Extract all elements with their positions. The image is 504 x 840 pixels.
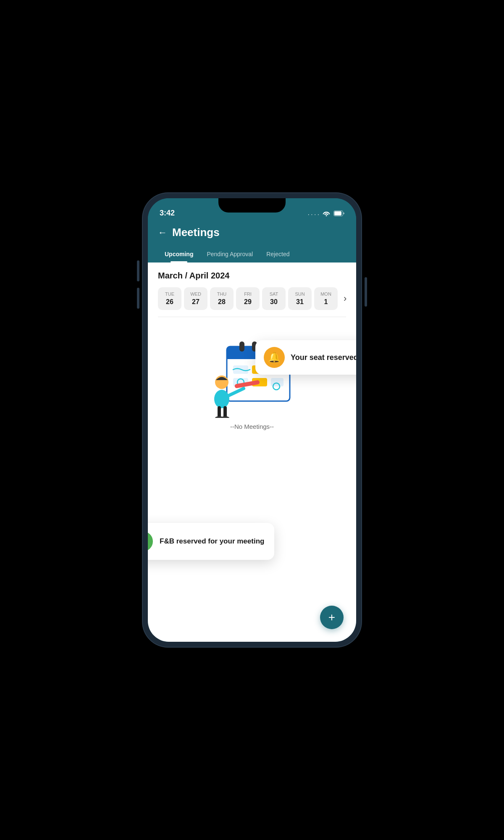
svg-rect-21 (223, 406, 227, 418)
tab-rejected[interactable]: Rejected (260, 247, 296, 262)
volume-down-button[interactable] (137, 288, 139, 309)
calendar-day-6[interactable]: MON 1 (314, 287, 338, 310)
add-meeting-fab[interactable]: + (320, 606, 344, 629)
battery-icon (333, 210, 344, 218)
power-button[interactable] (365, 277, 367, 307)
svg-rect-20 (218, 406, 221, 418)
svg-point-24 (206, 417, 239, 418)
calendar-section: March / April 2024 TUE 26 WED 27 THU (148, 262, 356, 317)
back-button[interactable]: ← (158, 227, 167, 238)
wifi-icon (323, 210, 330, 218)
signal-dots-icon: · · · · (308, 211, 319, 218)
svg-rect-5 (239, 341, 244, 352)
fb-reserved-toast: ✓ F&B reserved for your meeting (148, 523, 274, 560)
phone-screen: 3:42 · · · · (148, 198, 356, 642)
page-header: ← Meetings Upcoming Pending Approval Rej… (148, 221, 356, 262)
divider (158, 317, 346, 317)
empty-label: --No Meetings-- (230, 423, 274, 430)
check-icon: ✓ (148, 531, 153, 551)
svg-rect-1 (334, 211, 341, 215)
phone-notch (218, 198, 286, 213)
status-time: 3:42 (160, 209, 175, 218)
fb-reserved-text: F&B reserved for your meeting (160, 537, 264, 546)
calendar-day-1[interactable]: WED 27 (184, 287, 207, 310)
bell-icon: 🔔 (264, 347, 285, 368)
calendar-day-2[interactable]: THU 28 (210, 287, 234, 310)
bottom-spacer (148, 443, 356, 527)
calendar-strip[interactable]: TUE 26 WED 27 THU 28 FRI (158, 287, 346, 310)
tab-pending-approval[interactable]: Pending Approval (200, 247, 260, 262)
calendar-day-0[interactable]: TUE 26 (158, 287, 181, 310)
status-icons: · · · · (308, 210, 344, 218)
page-title: Meetings (172, 226, 220, 239)
calendar-next-arrow[interactable]: › (340, 290, 350, 307)
volume-up-button[interactable] (137, 260, 139, 281)
month-label: March / April 2024 (158, 271, 346, 281)
phone-frame: 3:42 · · · · (143, 193, 361, 647)
calendar-day-4[interactable]: SAT 30 (262, 287, 286, 310)
seat-reserved-toast: 🔔 Your seat reserved (255, 340, 356, 375)
svg-point-18 (214, 390, 229, 408)
tabs-container: Upcoming Pending Approval Rejected (158, 247, 346, 262)
tab-upcoming[interactable]: Upcoming (158, 247, 200, 262)
scrollable-content: March / April 2024 TUE 26 WED 27 THU (148, 262, 356, 642)
seat-reserved-text: Your seat reserved (291, 353, 356, 362)
calendar-day-5[interactable]: SUN 31 (288, 287, 312, 310)
calendar-day-3[interactable]: FRI 29 (236, 287, 260, 310)
phone-content: ← Meetings Upcoming Pending Approval Rej… (148, 221, 356, 642)
header-title-row: ← Meetings (158, 226, 346, 239)
